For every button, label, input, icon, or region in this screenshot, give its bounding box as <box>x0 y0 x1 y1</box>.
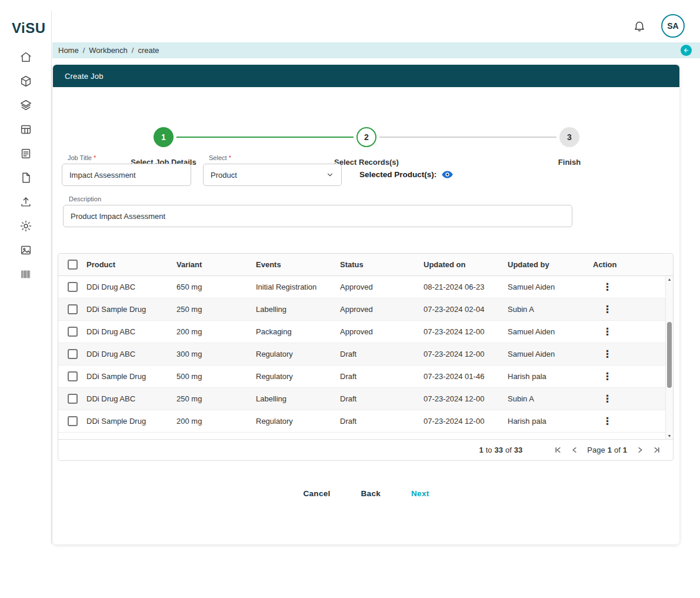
cell-updated-on: 07-23-2024 02-04 <box>424 305 508 314</box>
table-scrollbar[interactable]: ▲ ▼ <box>665 276 673 439</box>
table-row[interactable]: DDi Sample Drug 250 mg Labelling Approve… <box>58 298 673 321</box>
table-header-row: Product Variant Events Status Updated on… <box>58 254 673 276</box>
next-page-icon[interactable] <box>633 443 647 457</box>
row-action-menu-icon[interactable]: ⋮ <box>593 349 673 359</box>
cell-updated-by: Harish pala <box>508 372 593 381</box>
description-input[interactable] <box>63 205 572 227</box>
table-body: DDi Drug ABC 650 mg Initial Registration… <box>58 276 673 439</box>
select-label: Select * <box>209 154 231 161</box>
row-checkbox[interactable] <box>68 304 78 314</box>
chevron-down-icon <box>326 171 334 179</box>
scrollbar-thumb[interactable] <box>667 322 672 388</box>
description-label: Description <box>69 195 101 202</box>
image-icon[interactable] <box>19 244 33 257</box>
create-job-panel: Create Job 1 2 3 Select Job Details Sele… <box>53 65 679 544</box>
cell-updated-by: Samuel Aiden <box>508 350 593 358</box>
table-row[interactable]: DDi Drug ABC 650 mg Initial Registration… <box>58 276 673 298</box>
cell-status: Approved <box>340 305 424 314</box>
panel-title: Create Job <box>53 65 679 87</box>
user-avatar[interactable]: SA <box>661 14 685 38</box>
col-header-updated-by[interactable]: Updated by <box>508 260 593 269</box>
table-row[interactable]: DDi Drug ABC 300 mg Regulatory Draft 07-… <box>58 343 673 366</box>
cell-events: Regulatory <box>256 417 340 426</box>
cell-updated-on: 07-23-2024 01-46 <box>424 372 508 381</box>
product-cube-icon[interactable] <box>19 75 33 88</box>
select-value: Product <box>211 171 237 180</box>
step-1-circle[interactable]: 1 <box>154 127 174 147</box>
stepper: 1 2 3 Select Job Details Select Records(… <box>53 87 679 170</box>
record-type-select[interactable]: Product <box>203 164 342 186</box>
cell-events: Regulatory <box>256 350 340 358</box>
stepper-connector-done <box>176 137 354 138</box>
cell-variant: 500 mg <box>176 372 256 381</box>
row-checkbox[interactable] <box>68 349 78 359</box>
cell-status: Approved <box>340 327 424 336</box>
view-selected-eye-icon[interactable] <box>441 168 454 181</box>
row-action-menu-icon[interactable]: ⋮ <box>593 327 673 337</box>
selected-products-label: Selected Product(s): <box>359 170 436 179</box>
step-2-circle[interactable]: 2 <box>356 127 376 147</box>
notifications-bell-icon[interactable] <box>633 19 646 32</box>
cell-updated-by: Samuel Aiden <box>508 327 593 336</box>
cell-events: Labelling <box>256 394 340 403</box>
row-checkbox[interactable] <box>68 394 78 404</box>
settings-gear-icon[interactable] <box>19 220 33 232</box>
scroll-down-icon[interactable]: ▼ <box>666 434 673 438</box>
barcode-icon[interactable] <box>19 268 33 281</box>
cell-updated-on: 07-23-2024 12-00 <box>424 417 508 426</box>
breadcrumb-create[interactable]: create <box>138 46 159 55</box>
home-icon[interactable] <box>19 51 33 64</box>
breadcrumb: Home / Workbench / create <box>52 42 700 58</box>
row-action-menu-icon[interactable]: ⋮ <box>593 416 673 426</box>
row-checkbox[interactable] <box>68 371 78 381</box>
cancel-button[interactable]: Cancel <box>303 489 330 498</box>
breadcrumb-home[interactable]: Home <box>58 46 79 55</box>
row-action-menu-icon[interactable]: ⋮ <box>593 371 673 381</box>
cell-updated-by: Subin A <box>508 394 593 403</box>
breadcrumb-separator: / <box>83 46 85 55</box>
cell-status: Approved <box>340 283 424 291</box>
sidebar <box>0 11 52 544</box>
col-header-events[interactable]: Events <box>256 260 340 269</box>
job-title-input[interactable] <box>62 164 191 186</box>
row-action-menu-icon[interactable]: ⋮ <box>593 394 673 404</box>
cell-status: Draft <box>340 417 424 426</box>
required-asterisk: * <box>94 154 96 161</box>
cell-product: DDi Sample Drug <box>86 305 176 314</box>
col-header-product[interactable]: Product <box>86 260 176 269</box>
col-header-action: Action <box>593 260 673 269</box>
layers-icon[interactable] <box>19 99 33 112</box>
back-circle-button[interactable] <box>681 45 692 56</box>
table-row[interactable]: DDi Sample Drug 500 mg Regulatory Draft … <box>58 366 673 388</box>
col-header-updated-on[interactable]: Updated on <box>424 260 508 269</box>
row-action-menu-icon[interactable]: ⋮ <box>593 282 673 292</box>
cell-updated-on: 07-23-2024 12-00 <box>424 327 508 336</box>
table-row[interactable]: DDi Drug ABC 200 mg Packaging Approved 0… <box>58 321 673 343</box>
table-row[interactable]: DDi Drug ABC 250 mg Labelling Draft 07-2… <box>58 388 673 410</box>
breadcrumb-workbench[interactable]: Workbench <box>89 46 128 55</box>
row-checkbox[interactable] <box>68 416 78 426</box>
next-button[interactable]: Next <box>411 489 429 498</box>
prev-page-icon[interactable] <box>567 443 581 457</box>
scroll-up-icon[interactable]: ▲ <box>666 277 673 281</box>
table-grid-icon[interactable] <box>19 123 33 136</box>
cell-updated-by: Subin A <box>508 305 593 314</box>
step-3-circle[interactable]: 3 <box>559 127 579 147</box>
first-page-icon[interactable] <box>551 443 565 457</box>
last-page-icon[interactable] <box>649 443 664 457</box>
file-icon[interactable] <box>19 171 33 184</box>
cell-updated-on: 07-23-2024 12-00 <box>424 394 508 403</box>
cell-variant: 250 mg <box>176 305 256 314</box>
col-header-variant[interactable]: Variant <box>176 260 256 269</box>
col-header-status[interactable]: Status <box>340 260 424 269</box>
select-all-checkbox[interactable] <box>68 260 78 270</box>
back-button[interactable]: Back <box>361 489 381 498</box>
table-row[interactable]: DDi Sample Drug 200 mg Regulatory Draft … <box>58 410 673 433</box>
pagination-summary: 1 to 33 of 33 <box>479 446 522 454</box>
document-lines-icon[interactable] <box>19 147 33 160</box>
row-checkbox[interactable] <box>68 327 78 337</box>
row-action-menu-icon[interactable]: ⋮ <box>593 304 673 314</box>
upload-icon[interactable] <box>19 195 33 208</box>
row-checkbox[interactable] <box>68 282 78 292</box>
cell-events: Initial Registration <box>256 283 340 291</box>
